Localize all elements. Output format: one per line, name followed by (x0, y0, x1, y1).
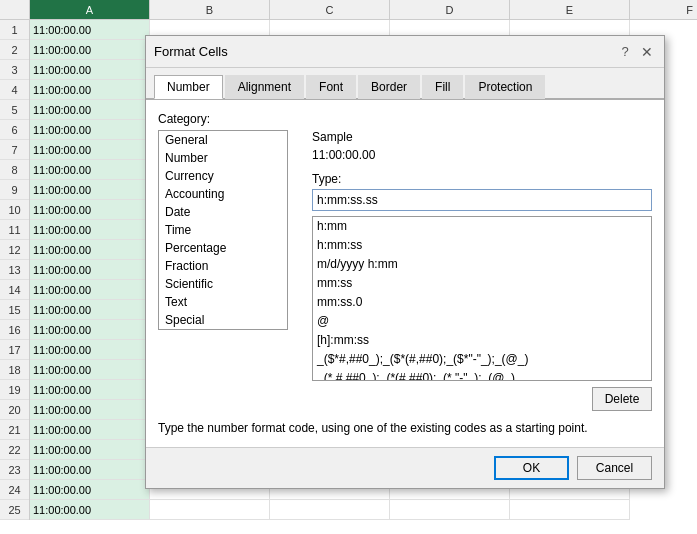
format-item[interactable]: mm:ss.0 (313, 293, 651, 312)
dialog-controls: ? ✕ (616, 43, 656, 61)
category-number[interactable]: Number (159, 149, 287, 167)
delete-btn-row: Delete (312, 387, 652, 411)
category-accounting[interactable]: Accounting (159, 185, 287, 203)
category-scientific[interactable]: Scientific (159, 275, 287, 293)
category-percentage[interactable]: Percentage (159, 239, 287, 257)
format-cells-dialog: Format Cells ? ✕ Number Alignment Font B… (145, 35, 665, 489)
tab-border[interactable]: Border (358, 75, 420, 99)
dialog-body: Category: General Number Currency Accoun… (146, 99, 664, 447)
category-listbox[interactable]: General Number Currency Accounting Date … (158, 130, 288, 330)
format-list[interactable]: h:mm h:mm:ss m/d/yyyy h:mm mm:ss mm:ss.0… (312, 216, 652, 381)
format-item[interactable]: _($*#,##0_);_($*(#,##0);_($*"-"_);_(@_) (313, 350, 651, 369)
right-panel: Sample 11:00:00.00 Type: h:mm h:mm:ss m/… (312, 130, 652, 411)
format-item[interactable]: m/d/yyyy h:mm (313, 255, 651, 274)
category-time[interactable]: Time (159, 221, 287, 239)
category-text[interactable]: Text (159, 293, 287, 311)
delete-button[interactable]: Delete (592, 387, 652, 411)
category-currency[interactable]: Currency (159, 167, 287, 185)
format-item[interactable]: [h]:mm:ss (313, 331, 651, 350)
sample-label: Sample (312, 130, 652, 144)
dialog-title: Format Cells (154, 44, 228, 59)
tab-number[interactable]: Number (154, 75, 223, 99)
category-custom[interactable]: Custom (159, 329, 287, 330)
sample-value: 11:00:00.00 (312, 148, 652, 162)
format-item[interactable]: @ (313, 312, 651, 331)
format-item[interactable]: h:mm (313, 217, 651, 236)
tab-bar: Number Alignment Font Border Fill Protec… (146, 68, 664, 99)
tab-alignment[interactable]: Alignment (225, 75, 304, 99)
close-button[interactable]: ✕ (638, 43, 656, 61)
category-fraction[interactable]: Fraction (159, 257, 287, 275)
category-label: Category: (158, 112, 652, 126)
tab-fill[interactable]: Fill (422, 75, 463, 99)
dialog-titlebar: Format Cells ? ✕ (146, 36, 664, 68)
hint-text: Type the number format code, using one o… (158, 421, 652, 435)
category-general[interactable]: General (159, 131, 287, 149)
type-label: Type: (312, 172, 652, 186)
category-date[interactable]: Date (159, 203, 287, 221)
dialog-overlay: Format Cells ? ✕ Number Alignment Font B… (0, 0, 697, 534)
tab-protection[interactable]: Protection (465, 75, 545, 99)
type-input[interactable] (312, 189, 652, 211)
format-item[interactable]: h:mm:ss (313, 236, 651, 255)
category-section: Category: General Number Currency Accoun… (158, 112, 652, 411)
dialog-footer: OK Cancel (146, 447, 664, 488)
ok-button[interactable]: OK (494, 456, 569, 480)
format-item[interactable]: _(* #,##0_);_(*(#,##0);_(* "-"_);_(@_) (313, 369, 651, 381)
cancel-button[interactable]: Cancel (577, 456, 652, 480)
tab-font[interactable]: Font (306, 75, 356, 99)
category-special[interactable]: Special (159, 311, 287, 329)
help-button[interactable]: ? (616, 43, 634, 61)
format-item[interactable]: mm:ss (313, 274, 651, 293)
